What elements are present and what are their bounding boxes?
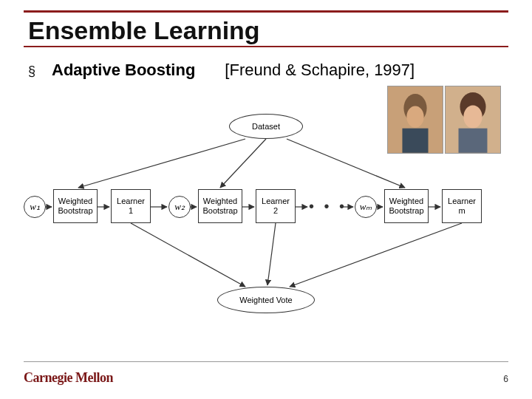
bullet-topic: Adaptive Boosting <box>52 61 195 80</box>
node-learner-2: Learner 2 <box>256 189 296 223</box>
bullet-row: § Adaptive Boosting [Freund & Schapire, … <box>28 61 415 80</box>
node-weighted-vote: Weighted Vote <box>217 287 315 313</box>
node-weight-m: wₘ <box>355 196 377 218</box>
bullet-citation: [Freund & Schapire, 1997] <box>225 61 415 80</box>
ellipsis: • • • <box>309 198 347 215</box>
node-weight-1: w₁ <box>24 196 46 218</box>
node-dataset: Dataset <box>229 114 303 139</box>
node-weight-2: w₂ <box>168 196 191 218</box>
node-learner-1: Learner 1 <box>111 189 151 223</box>
slide-title: Ensemble Learning <box>28 16 260 45</box>
title-rule-bottom <box>24 46 508 47</box>
svg-line-18 <box>131 223 245 287</box>
svg-line-7 <box>220 139 266 188</box>
node-bootstrap-m: Weighted Bootstrap <box>384 189 429 223</box>
diagram-container: Dataset w₁ Weighted Bootstrap Learner 1 … <box>24 111 508 332</box>
node-bootstrap-2: Weighted Bootstrap <box>198 189 242 223</box>
svg-line-19 <box>267 223 276 285</box>
svg-line-6 <box>78 139 245 188</box>
node-bootstrap-1: Weighted Bootstrap <box>53 189 98 223</box>
bullet-marker: § <box>28 64 35 79</box>
node-learner-m: Learner m <box>442 189 482 223</box>
footer-rule <box>24 361 508 362</box>
title-rule-top <box>24 10 508 13</box>
page-number: 6 <box>503 374 508 384</box>
svg-line-20 <box>290 223 462 287</box>
university-logo: Carnegie Mellon <box>24 370 113 386</box>
svg-line-8 <box>287 139 405 188</box>
